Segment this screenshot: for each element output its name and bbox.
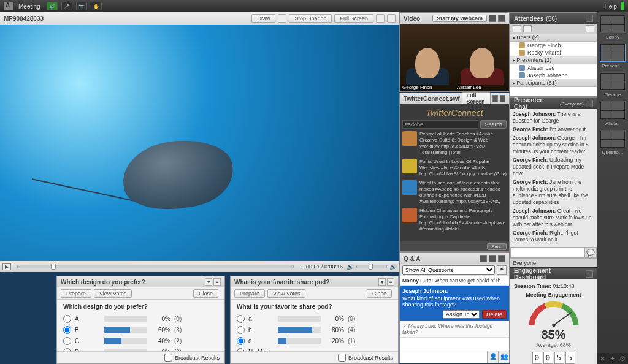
counter-digit: 0 xyxy=(543,352,553,364)
attendees-menu-button[interactable] xyxy=(586,15,593,22)
close-icon[interactable]: ✕ xyxy=(600,355,605,363)
poll-close-button[interactable]: Close xyxy=(193,289,218,298)
poll-option[interactable]: C40%(2) xyxy=(63,336,218,346)
start-webcam-button[interactable]: Start My Webcam xyxy=(432,15,487,22)
poll-prepare-button[interactable]: Prepare xyxy=(61,289,91,298)
poll-option[interactable]: b80%(4) xyxy=(237,325,392,335)
layout-options-icon[interactable]: ⚙ xyxy=(619,355,626,363)
twitter-options-button[interactable] xyxy=(492,95,498,102)
layout-thumb-lobby[interactable] xyxy=(600,15,626,33)
add-layout-icon[interactable]: + xyxy=(610,355,614,362)
chat-tab-everyone[interactable]: Everyone xyxy=(510,258,597,267)
chat-message: Joseph Johnson: There is a question for … xyxy=(513,111,594,124)
attendee-row[interactable]: Joseph Johnson xyxy=(510,72,597,79)
qa-selected-question[interactable]: Joseph Johnson: What kind of equipment w… xyxy=(400,286,509,321)
twitter-search-input[interactable] xyxy=(402,120,478,129)
tweet-row[interactable]: Hidden Character and Paragraph Formattin… xyxy=(402,208,507,232)
share-pod: MP900428033 Draw Stop Sharing Full Scree… xyxy=(0,12,399,272)
chat-menu-button[interactable] xyxy=(586,100,593,107)
poll-option[interactable]: B60%(3) xyxy=(63,325,218,335)
poll-radio[interactable] xyxy=(63,315,71,323)
raise-hand-icon[interactable]: ✋ xyxy=(91,2,102,10)
share-options-button[interactable] xyxy=(376,14,385,23)
qa-send-button[interactable]: ➤ xyxy=(497,265,507,275)
layout-thumb-questions[interactable] xyxy=(600,130,626,148)
poll-close-button[interactable]: Close xyxy=(367,289,392,298)
poll-option[interactable]: No Vote xyxy=(237,347,392,351)
qa-private-button[interactable]: 👤 xyxy=(487,351,498,363)
poll-options-button[interactable]: ▾ xyxy=(378,278,386,286)
poll-option[interactable]: c20%(1) xyxy=(237,336,392,346)
poll-option[interactable]: a0%(0) xyxy=(237,314,392,324)
attendee-group-participants[interactable]: Participants (51) xyxy=(510,79,597,87)
attendee-status-button[interactable] xyxy=(523,25,532,32)
qa-delete-button[interactable]: Delete xyxy=(482,310,507,319)
attendee-group-hosts[interactable]: Hosts (2) xyxy=(510,34,597,42)
poll-menu-button[interactable]: ≡ xyxy=(387,278,394,286)
twitter-full-screen-button[interactable]: Full Screen xyxy=(462,92,491,105)
qa-menu-button[interactable] xyxy=(498,255,505,262)
layout-thumb-george[interactable] xyxy=(600,72,626,91)
poll-radio[interactable] xyxy=(237,326,245,334)
qa-answer-input[interactable] xyxy=(400,351,487,363)
attendee-row[interactable]: Alistair Lee xyxy=(510,64,597,72)
tweet-row[interactable]: Want to see one of the elements that mak… xyxy=(402,180,507,205)
seek-slider[interactable] xyxy=(17,265,294,268)
poll-view-votes-button[interactable]: View Votes xyxy=(267,289,305,298)
mute-button[interactable]: 🔊 xyxy=(347,264,354,270)
poll-radio[interactable] xyxy=(237,337,245,345)
webcam-feed-1[interactable]: George Finch xyxy=(400,24,454,91)
twitter-sync-button[interactable]: Sync xyxy=(487,243,507,250)
menu-meeting[interactable]: Meeting xyxy=(18,3,40,10)
chat-input[interactable] xyxy=(510,248,584,258)
layout-thumb-alistair[interactable] xyxy=(600,101,626,119)
share-menu-button[interactable] xyxy=(387,14,396,23)
layout-thumb-present[interactable] xyxy=(600,44,626,62)
attendee-row[interactable]: George Finch xyxy=(510,42,597,49)
poll-option[interactable]: D0%(0) xyxy=(63,347,218,351)
broadcast-checkbox[interactable]: Broadcast Results xyxy=(164,354,220,362)
mic-icon[interactable]: 🎤 xyxy=(61,2,72,10)
qa-assign-select[interactable]: Assign To xyxy=(443,310,480,319)
attendee-group-presenters[interactable]: Presenters (2) xyxy=(510,56,597,64)
twitter-menu-button[interactable] xyxy=(500,95,505,102)
attendee-row[interactable]: Rocky Mitarai xyxy=(510,49,597,56)
webcam-icon[interactable]: 📷 xyxy=(76,2,87,10)
pointer-button[interactable] xyxy=(278,14,286,23)
poll-options-button[interactable]: ▾ xyxy=(205,278,212,286)
qa-public-button[interactable]: 👥 xyxy=(498,351,509,363)
qa-presenter-button[interactable] xyxy=(489,255,496,262)
poll-menu-button[interactable]: ≡ xyxy=(213,278,221,286)
attendees-title: Attendees xyxy=(514,15,543,22)
broadcast-checkbox[interactable]: Broadcast Results xyxy=(338,354,393,362)
engagement-gauge xyxy=(526,300,581,328)
tweet-row[interactable]: Fonts Used In Logos Of Popular Websites … xyxy=(402,159,507,177)
poll-prepare-button[interactable]: Prepare xyxy=(234,289,265,298)
poll-view-votes-button[interactable]: View Votes xyxy=(94,289,132,298)
play-button[interactable]: ▶ xyxy=(2,263,11,270)
twitter-search-button[interactable]: Search xyxy=(480,120,507,129)
poll-radio[interactable] xyxy=(63,326,71,334)
poll-radio[interactable] xyxy=(237,315,245,323)
full-screen-button[interactable]: Full Screen xyxy=(334,14,373,23)
menu-help[interactable]: Help xyxy=(604,3,617,10)
engagement-menu-button[interactable] xyxy=(586,270,593,278)
qa-question-row[interactable]: Manny Lute: When can we get ahold of thi… xyxy=(400,276,509,286)
draw-button[interactable]: Draw xyxy=(251,14,275,23)
video-options-button[interactable] xyxy=(489,15,496,22)
poll-option[interactable]: A0%(0) xyxy=(63,314,218,324)
qa-answered-row[interactable]: Manny Lute: Where was this footage taken… xyxy=(400,321,509,338)
chat-send-button[interactable]: 💬 xyxy=(584,248,597,258)
qa-view-button[interactable] xyxy=(480,255,487,262)
video-menu-button[interactable] xyxy=(498,15,505,22)
stop-sharing-button[interactable]: Stop Sharing xyxy=(289,14,332,23)
attendee-search-button[interactable] xyxy=(586,25,594,32)
volume-slider[interactable] xyxy=(356,265,387,268)
qa-filter-select[interactable]: Show All Questions xyxy=(402,265,495,275)
poll-radio[interactable] xyxy=(63,337,71,345)
attendee-view-button[interactable] xyxy=(513,25,521,32)
tweet-row[interactable]: Penny LaLiberte Teaches #Adobe Creative … xyxy=(402,131,507,156)
attendees-count: (56) xyxy=(546,15,557,22)
audio-icon[interactable]: 🔊 xyxy=(47,2,58,10)
webcam-feed-2[interactable]: Alistair Lee xyxy=(454,24,509,91)
